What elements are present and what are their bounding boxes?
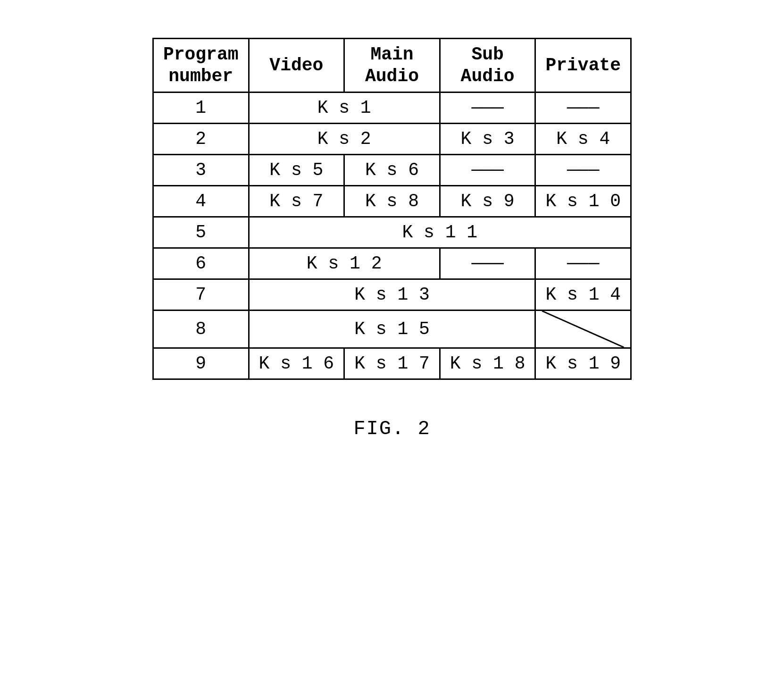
header-sub-audio: SubAudio: [440, 39, 535, 92]
cell-ks5: K s 5: [249, 155, 344, 186]
cell-ks18: K s 1 8: [440, 348, 535, 379]
program-number-8: 8: [153, 310, 249, 348]
cell-private-6: ———: [535, 248, 631, 279]
table-row: 5 K s 1 1: [153, 217, 631, 248]
cell-ks7: K s 7: [249, 186, 344, 217]
table-row: 8 K s 1 5: [153, 310, 631, 348]
header-video: Video: [249, 39, 344, 92]
cell-diagonal-8: [535, 310, 631, 348]
table-row: 3 K s 5 K s 6 ——— ———: [153, 155, 631, 186]
cell-sub-1: ———: [440, 92, 535, 124]
cell-ks16: K s 1 6: [249, 348, 344, 379]
cell-ks12: K s 1 2: [249, 248, 440, 279]
program-number-7: 7: [153, 279, 249, 310]
header-main-audio: MainAudio: [344, 39, 440, 92]
cell-ks9: K s 9: [440, 186, 535, 217]
cell-ks13: K s 1 3: [249, 279, 535, 310]
table-row: 2 K s 2 K s 3 K s 4: [153, 124, 631, 155]
cell-ks1: K s 1: [249, 92, 440, 124]
table-row: 4 K s 7 K s 8 K s 9 K s 1 0: [153, 186, 631, 217]
program-number-1: 1: [153, 92, 249, 124]
cell-ks6: K s 6: [344, 155, 440, 186]
table-row: 9 K s 1 6 K s 1 7 K s 1 8 K s 1 9: [153, 348, 631, 379]
cell-ks17: K s 1 7: [344, 348, 440, 379]
program-number-3: 3: [153, 155, 249, 186]
cell-ks4: K s 4: [535, 124, 631, 155]
cell-private-1: ———: [535, 92, 631, 124]
svg-line-0: [542, 311, 624, 347]
cell-sub-6: ———: [440, 248, 535, 279]
cell-private-3: ———: [535, 155, 631, 186]
program-number-6: 6: [153, 248, 249, 279]
cell-ks3: K s 3: [440, 124, 535, 155]
figure-caption: FIG. 2: [353, 418, 430, 440]
table-row: 6 K s 1 2 ——— ———: [153, 248, 631, 279]
header-program-number: Programnumber: [153, 39, 249, 92]
main-table: Programnumber Video MainAudio SubAudio P…: [152, 38, 632, 380]
header-private: Private: [535, 39, 631, 92]
program-number-5: 5: [153, 217, 249, 248]
table-row: 7 K s 1 3 K s 1 4: [153, 279, 631, 310]
cell-ks11: K s 1 1: [249, 217, 631, 248]
table-row: 1 K s 1 ——— ———: [153, 92, 631, 124]
cell-ks14: K s 1 4: [535, 279, 631, 310]
table-container: Programnumber Video MainAudio SubAudio P…: [152, 38, 632, 380]
cell-sub-3: ———: [440, 155, 535, 186]
program-number-4: 4: [153, 186, 249, 217]
cell-ks2: K s 2: [249, 124, 440, 155]
cell-ks10: K s 1 0: [535, 186, 631, 217]
program-number-9: 9: [153, 348, 249, 379]
cell-ks15: K s 1 5: [249, 310, 535, 348]
cell-ks19: K s 1 9: [535, 348, 631, 379]
program-number-2: 2: [153, 124, 249, 155]
cell-ks8: K s 8: [344, 186, 440, 217]
